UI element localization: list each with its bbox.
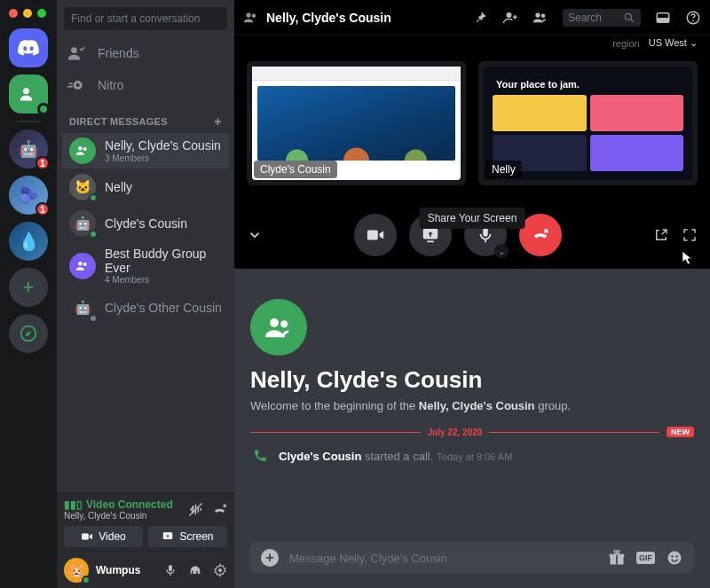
dm-search-input[interactable]: Find or start a conversation [64, 7, 227, 30]
svg-rect-22 [657, 18, 669, 22]
camera-button[interactable] [354, 214, 397, 256]
dm-item[interactable]: 🤖 Clyde's Other Cousin [62, 290, 229, 325]
nitro-label: Nitro [98, 78, 124, 92]
friends-label: Friends [98, 46, 139, 60]
popout-icon[interactable] [653, 227, 669, 243]
message-composer[interactable]: + Message Nelly, Clyde's Cousin GIF [250, 542, 694, 574]
dm-item[interactable]: 🤖 Clyde's Cousin [62, 206, 229, 241]
group-avatar [69, 253, 96, 279]
svg-point-35 [671, 555, 673, 557]
welcome-title: Nelly, Clyde's Cousin [250, 366, 694, 394]
pin-icon[interactable] [472, 10, 488, 26]
chevron-down-icon[interactable]: ⌄ [494, 244, 509, 258]
attach-button[interactable]: + [261, 549, 279, 567]
top-bar: Nelly, Clyde's Cousin Search [234, 0, 710, 35]
region-selector[interactable]: US West ⌄ [649, 37, 698, 49]
guild-bar: 🤖 1 🫐 1 💧 + [0, 0, 57, 588]
screen-button[interactable]: Screen [148, 526, 227, 547]
mute-icon[interactable] [163, 563, 178, 577]
window-controls [9, 9, 46, 18]
svg-point-17 [506, 12, 511, 18]
svg-point-24 [692, 20, 694, 21]
tile-label: Clyde's Cousin [254, 161, 337, 178]
video-button[interactable]: Video [64, 526, 143, 547]
svg-rect-11 [82, 534, 89, 540]
minimize-window[interactable] [23, 9, 32, 18]
deafen-icon[interactable] [188, 563, 202, 577]
svg-point-2 [71, 47, 77, 53]
user-avatar: 🤖 [69, 294, 96, 321]
svg-point-36 [675, 555, 677, 557]
svg-point-7 [78, 146, 83, 151]
guild-separator [16, 121, 41, 122]
gift-icon[interactable] [608, 549, 626, 567]
dm-item[interactable]: Nelly, Clyde's Cousin3 Members [62, 133, 229, 169]
svg-point-18 [535, 12, 540, 17]
hangup-button[interactable] [519, 214, 562, 256]
maximize-window[interactable] [37, 9, 46, 18]
svg-point-19 [541, 13, 546, 18]
svg-point-4 [76, 83, 80, 87]
dm-item[interactable]: Best Buddy Group Ever4 Members [62, 242, 229, 289]
svg-point-9 [78, 262, 83, 266]
fullscreen-icon[interactable] [682, 227, 698, 243]
phone-icon [252, 448, 268, 464]
svg-point-10 [83, 263, 87, 266]
add-server-button[interactable]: + [9, 268, 48, 307]
svg-point-20 [625, 13, 631, 20]
voice-status: ▮▮▯Video Connected [64, 498, 173, 511]
dm-sidebar: Find or start a conversation Friends Nit… [57, 0, 234, 588]
new-badge: NEW [667, 427, 694, 437]
nitro-link[interactable]: Nitro [57, 69, 234, 101]
svg-rect-13 [169, 565, 172, 571]
friends-link[interactable]: Friends [57, 37, 234, 69]
gif-button[interactable]: GIF [636, 552, 655, 564]
date-divider: July 22, 2020NEW [250, 427, 694, 437]
composer-placeholder: Message Nelly, Clyde's Cousin [289, 552, 597, 565]
help-icon[interactable] [685, 10, 701, 26]
guild-server-2[interactable]: 🤖 1 [9, 129, 48, 169]
self-avatar[interactable]: 🐹 [64, 558, 89, 583]
guild-server-1[interactable] [9, 74, 48, 114]
video-tile[interactable]: Clyde's Cousin [247, 61, 466, 185]
notification-badge: 1 [36, 156, 50, 170]
svg-rect-28 [483, 228, 488, 237]
voice-channel-name: Nelly, Clyde's Cousin [64, 511, 173, 521]
svg-rect-25 [367, 231, 378, 240]
create-dm-button[interactable]: + [214, 114, 222, 129]
notification-badge: 1 [36, 202, 50, 216]
system-message: Clyde's Cousin started a call.Today at 8… [250, 444, 694, 473]
search-input[interactable]: Search [563, 9, 641, 27]
search-icon [623, 12, 635, 24]
chat-area: Nelly, Clyde's Cousin Welcome to the beg… [234, 269, 710, 588]
add-friend-icon[interactable] [502, 10, 518, 26]
noise-suppression-icon[interactable] [188, 502, 203, 517]
dm-header: DIRECT MESSAGES + [57, 101, 234, 132]
close-window[interactable] [9, 9, 18, 18]
members-icon[interactable] [532, 10, 548, 26]
settings-icon[interactable] [213, 563, 227, 577]
voice-panel: ▮▮▯Video Connected Nelly, Clyde's Cousin… [57, 492, 234, 553]
explore-button[interactable] [9, 314, 48, 353]
inbox-icon[interactable] [655, 10, 671, 26]
main-content: Nelly, Clyde's Cousin Search region US W… [234, 0, 710, 588]
svg-point-29 [270, 318, 279, 327]
home-button[interactable] [9, 28, 48, 67]
guild-server-4[interactable]: 💧 [9, 222, 48, 261]
chevron-down-icon: ⌄ [690, 37, 698, 48]
svg-rect-27 [427, 240, 433, 242]
disconnect-icon[interactable] [212, 502, 227, 517]
guild-server-3[interactable]: 🫐 1 [9, 176, 48, 215]
self-username: Wumpus [96, 564, 156, 576]
channel-title: Nelly, Clyde's Cousin [266, 11, 391, 25]
svg-rect-33 [616, 554, 618, 565]
tile-label: Nelly [485, 161, 522, 178]
video-tile[interactable]: Your place to jam. Nelly [478, 61, 698, 185]
collapse-call-icon[interactable] [247, 227, 263, 243]
svg-point-15 [246, 12, 250, 17]
group-icon [250, 299, 307, 356]
dm-item[interactable]: 🐱 Nelly [62, 169, 229, 205]
emoji-icon[interactable] [666, 549, 683, 567]
group-icon [243, 10, 259, 26]
svg-point-30 [280, 320, 288, 327]
